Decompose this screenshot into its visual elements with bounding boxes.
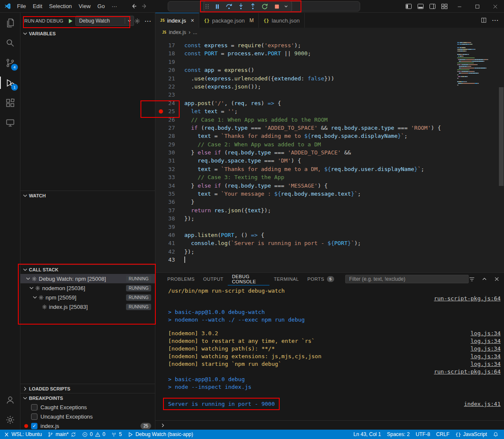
line-number[interactable]: 32 [166, 165, 175, 173]
console-filter-input[interactable] [345, 275, 469, 283]
start-debugging-button[interactable] [67, 18, 74, 24]
code-line-34[interactable]: 34 } else if (req.body.type === 'MESSAGE… [155, 182, 504, 190]
glyph-margin[interactable] [155, 74, 166, 83]
tab-launch-json[interactable]: {} launch.json [259, 13, 305, 28]
code-line-40[interactable]: 40 app.listen(PORT, () => { [155, 231, 504, 239]
section-watch[interactable]: WATCH [20, 191, 155, 200]
glyph-margin[interactable] [155, 132, 166, 140]
line-number[interactable]: 38 [166, 214, 175, 222]
line-number[interactable]: 21 [166, 74, 175, 83]
activity-accounts[interactable] [0, 390, 20, 410]
code-line-27[interactable]: 27 if (req.body.type === 'ADDED_TO_SPACE… [155, 124, 504, 132]
more-actions-icon[interactable]: ··· [492, 17, 499, 23]
glyph-margin[interactable] [155, 140, 166, 148]
step-out-icon[interactable] [247, 2, 258, 11]
pause-icon[interactable] [212, 2, 223, 11]
glyph-margin[interactable] [155, 49, 166, 57]
code-line-28[interactable]: 28 text = `Thanks for adding me to ${req… [155, 132, 504, 140]
step-into-icon[interactable] [235, 2, 246, 11]
panel-tab-output[interactable]: OUTPUT [199, 273, 228, 285]
problems-indicator[interactable]: 0 0 [79, 430, 108, 439]
glyph-margin[interactable] [155, 173, 166, 181]
code-line-31[interactable]: 31 req.body.space.type === 'DM') { [155, 157, 504, 165]
code-line-36[interactable]: 36 } [155, 198, 504, 206]
close-panel-icon[interactable] [494, 276, 500, 282]
section-variables[interactable]: VARIABLES [20, 29, 155, 38]
glyph-margin[interactable] [155, 165, 166, 173]
breakpoint-item[interactable]: Uncaught Exceptions [20, 412, 155, 421]
checkbox[interactable] [31, 413, 37, 420]
line-number[interactable]: 23 [166, 91, 175, 99]
toggle-panel-icon[interactable] [415, 0, 427, 13]
git-branch[interactable]: main* [45, 430, 79, 439]
glyph-margin[interactable] [155, 206, 166, 214]
toggle-sidebar-icon[interactable] [403, 0, 415, 13]
panel-tab-debug-console[interactable]: DEBUG CONSOLE [228, 273, 269, 285]
menu-view[interactable]: View [75, 2, 94, 11]
console-source-link[interactable]: run-script-pkg.js:64 [429, 295, 501, 302]
menu-go[interactable]: Go [94, 2, 108, 11]
step-over-icon[interactable] [223, 2, 235, 11]
menu-overflow[interactable]: ··· [108, 2, 120, 11]
code-line-43[interactable]: 43 [155, 256, 504, 264]
line-number[interactable]: 29 [166, 140, 175, 148]
encoding[interactable]: UTF-8 [412, 430, 433, 439]
line-number[interactable]: 33 [166, 173, 175, 181]
eol[interactable]: CRLF [433, 430, 452, 439]
glyph-margin[interactable] [155, 223, 166, 231]
console-source-link[interactable]: log.js:34 [466, 353, 501, 359]
console-source-link[interactable]: log.js:34 [466, 345, 501, 352]
stop-icon[interactable] [271, 2, 282, 11]
code-line-35[interactable]: 35 text = `Your message : ${req.body.mes… [155, 190, 504, 198]
line-number[interactable]: 19 [166, 58, 175, 66]
console-source-link[interactable]: run-script-pkg.js:64 [429, 368, 501, 375]
glyph-margin[interactable] [155, 231, 166, 239]
activity-explorer[interactable] [0, 13, 20, 33]
maximize-panel-icon[interactable] [481, 276, 487, 282]
notifications-bell[interactable] [490, 430, 501, 439]
code-line-24[interactable]: 24 app.post('/', (req, res) => { [155, 99, 504, 107]
code-line-42[interactable]: 42 }); [155, 248, 504, 256]
glyph-margin[interactable] [155, 198, 166, 206]
editor-scrollbar[interactable] [498, 37, 504, 272]
panel-tab-terminal[interactable]: TERMINAL [269, 273, 303, 285]
glyph-margin[interactable] [155, 116, 166, 124]
glyph-margin[interactable] [155, 239, 166, 247]
line-number[interactable]: 27 [166, 124, 175, 132]
code-line-26[interactable]: 26 // Case 1: When App was added to the … [155, 116, 504, 124]
debug-config-dropdown[interactable]: Debug Watch [75, 16, 134, 26]
code-line-22[interactable]: 22 .use(express.json()); [155, 83, 504, 91]
call-stack-item[interactable]: nodemon [25036] RUNNING [20, 283, 155, 293]
line-number[interactable]: 28 [166, 132, 175, 140]
activity-settings[interactable] [0, 410, 20, 430]
scrollbar-thumb[interactable] [499, 87, 504, 186]
activity-search[interactable] [0, 33, 20, 53]
glyph-margin[interactable] [155, 124, 166, 132]
glyph-margin[interactable] [155, 66, 166, 74]
code-line-21[interactable]: 21 .use(express.urlencoded({extended: fa… [155, 74, 504, 83]
panel-tab-problems[interactable]: PROBLEMS [163, 273, 199, 285]
activity-source-control[interactable]: 4 [0, 53, 20, 73]
section-breakpoints[interactable]: BREAKPOINTS [20, 393, 155, 402]
minimap[interactable] [457, 37, 498, 272]
code-line-30[interactable]: 30 } else if (req.body.type === 'ADDED_T… [155, 148, 504, 157]
line-number[interactable]: 31 [166, 157, 175, 165]
line-number[interactable]: 17 [166, 41, 175, 49]
ports-indicator[interactable]: 5 [108, 430, 125, 439]
line-number[interactable]: 20 [166, 66, 175, 74]
remote-indicator[interactable]: WSL: Ubuntu [1, 430, 45, 439]
maximize-icon[interactable] [468, 0, 486, 13]
console-source-link[interactable]: log.js:34 [466, 330, 501, 336]
console-source-link[interactable]: index.js:41 [459, 401, 501, 407]
tab-index-js[interactable]: JS index.js × [155, 13, 199, 28]
activity-run-and-debug[interactable]: 1 [0, 73, 20, 93]
language-mode[interactable]: {} JavaScript [452, 430, 490, 439]
tab-package-json[interactable]: {} package.json M [199, 13, 259, 28]
indentation[interactable]: Spaces: 2 [384, 430, 412, 439]
code-line-20[interactable]: 20 const app = express() [155, 66, 504, 74]
close-tab-icon[interactable]: × [191, 17, 194, 24]
line-number[interactable]: 34 [166, 182, 175, 190]
glyph-margin[interactable] [155, 58, 166, 66]
breakpoint-item[interactable]: ✓ index.js 25 [20, 421, 155, 430]
line-number[interactable]: 22 [166, 83, 175, 91]
